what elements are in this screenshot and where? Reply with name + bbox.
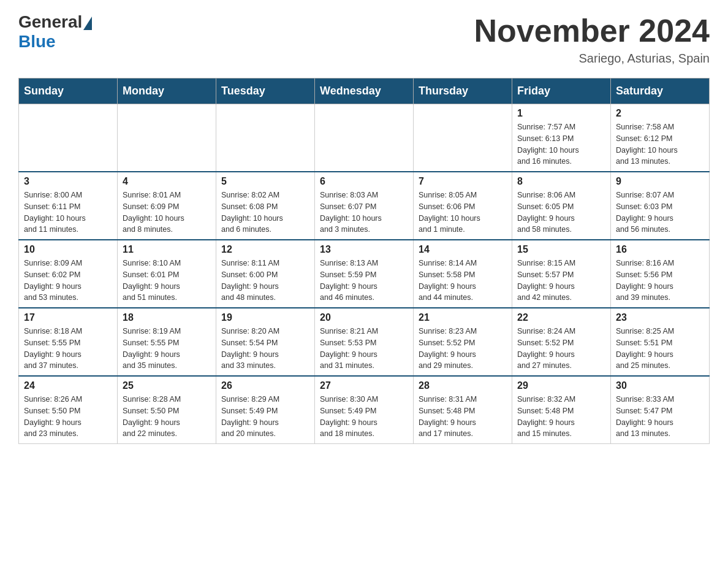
calendar-day-cell: 9Sunrise: 8:07 AM Sunset: 6:03 PM Daylig…: [611, 172, 710, 240]
calendar-week-row: 10Sunrise: 8:09 AM Sunset: 6:02 PM Dayli…: [19, 240, 710, 308]
calendar-day-cell: [118, 104, 216, 172]
calendar-day-cell: [414, 104, 512, 172]
day-info: Sunrise: 8:33 AM Sunset: 5:47 PM Dayligh…: [616, 394, 704, 440]
day-number: 18: [123, 312, 211, 323]
calendar-day-cell: 1Sunrise: 7:57 AM Sunset: 6:13 PM Daylig…: [512, 104, 611, 172]
calendar-day-cell: 11Sunrise: 8:10 AM Sunset: 6:01 PM Dayli…: [118, 240, 216, 308]
day-number: 9: [616, 176, 704, 187]
day-of-week-header: Monday: [118, 79, 216, 104]
day-info: Sunrise: 7:58 AM Sunset: 6:12 PM Dayligh…: [616, 121, 704, 167]
calendar-day-cell: 7Sunrise: 8:05 AM Sunset: 6:06 PM Daylig…: [414, 172, 512, 240]
day-info: Sunrise: 8:31 AM Sunset: 5:48 PM Dayligh…: [419, 394, 507, 440]
day-info: Sunrise: 8:14 AM Sunset: 5:58 PM Dayligh…: [419, 258, 507, 304]
day-number: 21: [419, 312, 507, 323]
day-of-week-header: Sunday: [19, 79, 118, 104]
day-number: 30: [616, 380, 704, 391]
day-number: 27: [320, 380, 408, 391]
calendar-week-row: 24Sunrise: 8:26 AM Sunset: 5:50 PM Dayli…: [19, 376, 710, 444]
logo-triangle-icon: [83, 17, 92, 30]
day-number: 19: [221, 312, 309, 323]
day-number: 15: [517, 244, 605, 255]
day-number: 20: [320, 312, 408, 323]
day-info: Sunrise: 8:15 AM Sunset: 5:57 PM Dayligh…: [517, 258, 605, 304]
day-info: Sunrise: 8:23 AM Sunset: 5:52 PM Dayligh…: [419, 326, 507, 372]
day-of-week-header: Thursday: [414, 79, 512, 104]
day-number: 13: [320, 244, 408, 255]
calendar-day-cell: 10Sunrise: 8:09 AM Sunset: 6:02 PM Dayli…: [19, 240, 118, 308]
day-number: 4: [123, 176, 211, 187]
day-number: 6: [320, 176, 408, 187]
day-number: 1: [517, 108, 605, 119]
calendar-day-cell: 19Sunrise: 8:20 AM Sunset: 5:54 PM Dayli…: [216, 308, 315, 376]
day-info: Sunrise: 8:06 AM Sunset: 6:05 PM Dayligh…: [517, 190, 605, 236]
calendar-day-cell: 15Sunrise: 8:15 AM Sunset: 5:57 PM Dayli…: [512, 240, 611, 308]
day-of-week-header: Friday: [512, 79, 611, 104]
calendar-header-row: SundayMondayTuesdayWednesdayThursdayFrid…: [19, 79, 710, 104]
day-info: Sunrise: 8:21 AM Sunset: 5:53 PM Dayligh…: [320, 326, 408, 372]
day-info: Sunrise: 8:02 AM Sunset: 6:08 PM Dayligh…: [221, 190, 309, 236]
logo-general-text: General: [18, 12, 82, 32]
day-number: 22: [517, 312, 605, 323]
logo: General Blue: [18, 12, 92, 52]
day-number: 10: [24, 244, 112, 255]
calendar-table: SundayMondayTuesdayWednesdayThursdayFrid…: [18, 78, 710, 444]
calendar-day-cell: 16Sunrise: 8:16 AM Sunset: 5:56 PM Dayli…: [611, 240, 710, 308]
calendar-day-cell: 17Sunrise: 8:18 AM Sunset: 5:55 PM Dayli…: [19, 308, 118, 376]
day-number: 8: [517, 176, 605, 187]
location-subtitle: Sariego, Asturias, Spain: [474, 52, 710, 66]
day-number: 25: [123, 380, 211, 391]
day-info: Sunrise: 8:05 AM Sunset: 6:06 PM Dayligh…: [419, 190, 507, 236]
day-info: Sunrise: 8:07 AM Sunset: 6:03 PM Dayligh…: [616, 190, 704, 236]
calendar-day-cell: 2Sunrise: 7:58 AM Sunset: 6:12 PM Daylig…: [611, 104, 710, 172]
calendar-day-cell: 27Sunrise: 8:30 AM Sunset: 5:49 PM Dayli…: [315, 376, 414, 444]
title-block: November 2024 Sariego, Asturias, Spain: [474, 12, 710, 66]
day-of-week-header: Wednesday: [315, 79, 414, 104]
day-of-week-header: Tuesday: [216, 79, 315, 104]
calendar-day-cell: [216, 104, 315, 172]
day-info: Sunrise: 8:19 AM Sunset: 5:55 PM Dayligh…: [123, 326, 211, 372]
calendar-week-row: 17Sunrise: 8:18 AM Sunset: 5:55 PM Dayli…: [19, 308, 710, 376]
day-number: 11: [123, 244, 211, 255]
day-number: 7: [419, 176, 507, 187]
month-year-title: November 2024: [474, 12, 710, 49]
logo-blue-text: Blue: [18, 32, 56, 52]
calendar-day-cell: 26Sunrise: 8:29 AM Sunset: 5:49 PM Dayli…: [216, 376, 315, 444]
calendar-day-cell: 21Sunrise: 8:23 AM Sunset: 5:52 PM Dayli…: [414, 308, 512, 376]
day-info: Sunrise: 8:18 AM Sunset: 5:55 PM Dayligh…: [24, 326, 112, 372]
calendar-day-cell: 18Sunrise: 8:19 AM Sunset: 5:55 PM Dayli…: [118, 308, 216, 376]
day-info: Sunrise: 8:09 AM Sunset: 6:02 PM Dayligh…: [24, 258, 112, 304]
day-info: Sunrise: 8:30 AM Sunset: 5:49 PM Dayligh…: [320, 394, 408, 440]
day-number: 28: [419, 380, 507, 391]
day-info: Sunrise: 8:32 AM Sunset: 5:48 PM Dayligh…: [517, 394, 605, 440]
page-header: General Blue November 2024 Sariego, Astu…: [18, 12, 710, 66]
day-number: 23: [616, 312, 704, 323]
calendar-day-cell: 29Sunrise: 8:32 AM Sunset: 5:48 PM Dayli…: [512, 376, 611, 444]
day-info: Sunrise: 8:11 AM Sunset: 6:00 PM Dayligh…: [221, 258, 309, 304]
day-number: 12: [221, 244, 309, 255]
day-number: 17: [24, 312, 112, 323]
day-number: 29: [517, 380, 605, 391]
day-info: Sunrise: 8:16 AM Sunset: 5:56 PM Dayligh…: [616, 258, 704, 304]
day-info: Sunrise: 8:24 AM Sunset: 5:52 PM Dayligh…: [517, 326, 605, 372]
calendar-day-cell: 3Sunrise: 8:00 AM Sunset: 6:11 PM Daylig…: [19, 172, 118, 240]
calendar-day-cell: 30Sunrise: 8:33 AM Sunset: 5:47 PM Dayli…: [611, 376, 710, 444]
day-number: 3: [24, 176, 112, 187]
calendar-day-cell: 4Sunrise: 8:01 AM Sunset: 6:09 PM Daylig…: [118, 172, 216, 240]
day-number: 2: [616, 108, 704, 119]
day-number: 24: [24, 380, 112, 391]
day-info: Sunrise: 7:57 AM Sunset: 6:13 PM Dayligh…: [517, 121, 605, 167]
day-info: Sunrise: 8:00 AM Sunset: 6:11 PM Dayligh…: [24, 190, 112, 236]
calendar-day-cell: 23Sunrise: 8:25 AM Sunset: 5:51 PM Dayli…: [611, 308, 710, 376]
day-number: 5: [221, 176, 309, 187]
day-of-week-header: Saturday: [611, 79, 710, 104]
day-number: 26: [221, 380, 309, 391]
day-info: Sunrise: 8:29 AM Sunset: 5:49 PM Dayligh…: [221, 394, 309, 440]
day-info: Sunrise: 8:10 AM Sunset: 6:01 PM Dayligh…: [123, 258, 211, 304]
day-info: Sunrise: 8:20 AM Sunset: 5:54 PM Dayligh…: [221, 326, 309, 372]
calendar-day-cell: [315, 104, 414, 172]
calendar-day-cell: 5Sunrise: 8:02 AM Sunset: 6:08 PM Daylig…: [216, 172, 315, 240]
day-info: Sunrise: 8:03 AM Sunset: 6:07 PM Dayligh…: [320, 190, 408, 236]
calendar-day-cell: [19, 104, 118, 172]
day-info: Sunrise: 8:01 AM Sunset: 6:09 PM Dayligh…: [123, 190, 211, 236]
day-info: Sunrise: 8:13 AM Sunset: 5:59 PM Dayligh…: [320, 258, 408, 304]
